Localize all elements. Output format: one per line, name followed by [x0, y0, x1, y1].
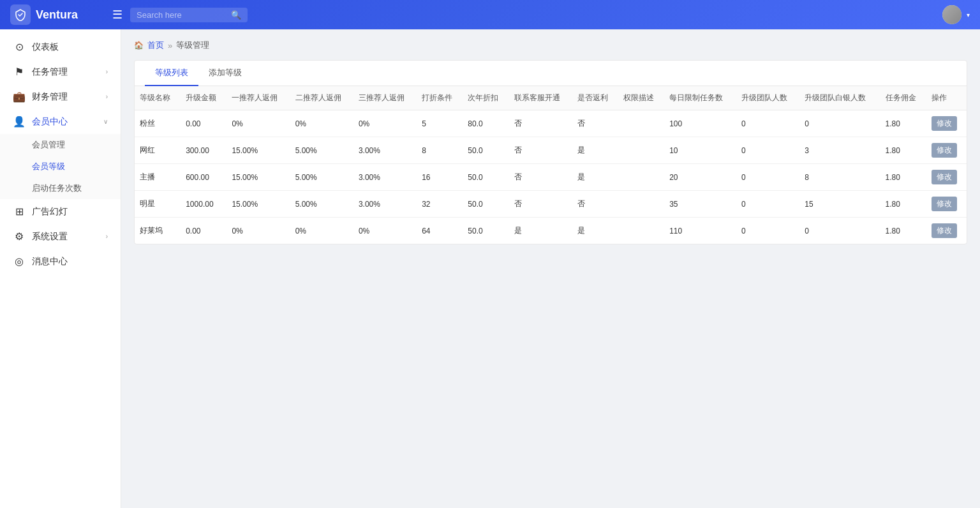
table-cell [618, 191, 664, 218]
table-cell: 否 [509, 191, 572, 218]
logo-icon [10, 4, 31, 25]
col-daily-limit: 每日限制任务数 [664, 86, 736, 110]
table-cell: 50.0 [463, 191, 509, 218]
sidebar-item-dashboard[interactable]: ⊙ 仪表板 [0, 34, 121, 59]
header-right: ▾ [942, 5, 970, 24]
sidebar-item-message[interactable]: ◎ 消息中心 [0, 249, 121, 274]
table-header-row: 等级名称 升级金额 一推荐人返佣 二推荐人返佣 三推荐人返佣 打折条件 次年折扣… [135, 86, 967, 110]
table-cell: 5.00% [290, 137, 353, 164]
table-cell: 15 [799, 191, 880, 218]
sidebar-item-member-manage[interactable]: 会员管理 [0, 134, 121, 156]
table-cell: 0 [736, 110, 799, 137]
table-cell [618, 164, 664, 191]
table-cell: 0 [799, 110, 880, 137]
table-cell: 3 [799, 137, 880, 164]
table-cell: 15.00% [226, 191, 290, 218]
table-cell: 否 [509, 164, 572, 191]
table-cell: 1.80 [880, 110, 926, 137]
table-row: 主播600.0015.00%5.00%3.00%1650.0否是20081.80… [135, 164, 967, 191]
table-cell: 300.00 [181, 137, 226, 164]
settings-icon: ⚙ [13, 230, 26, 243]
table-cell: 10 [664, 137, 736, 164]
edit-button[interactable]: 修改 [932, 197, 957, 211]
table-cell: 5.00% [290, 191, 353, 218]
tab-add-level[interactable]: 添加等级 [198, 61, 252, 86]
sidebar-item-member-level[interactable]: 会员等级 [0, 156, 121, 177]
table-cell: 是 [509, 218, 572, 244]
col-rebate: 是否返利 [572, 86, 618, 110]
finance-icon: 💼 [13, 91, 26, 103]
table-cell: 80.0 [463, 110, 509, 137]
table-container: 等级名称 升级金额 一推荐人返佣 二推荐人返佣 三推荐人返佣 打折条件 次年折扣… [135, 86, 967, 244]
sidebar-item-finance[interactable]: 💼 财务管理 › [0, 84, 121, 109]
table-cell: 1.80 [880, 137, 926, 164]
table-cell: 0 [736, 218, 799, 244]
tab-level-list[interactable]: 等级列表 [145, 61, 198, 86]
table-cell: 0 [736, 137, 799, 164]
sidebar-label-task: 任务管理 [32, 66, 100, 78]
message-icon: ◎ [13, 255, 26, 267]
table-cell: 1.80 [880, 164, 926, 191]
search-icon[interactable]: 🔍 [231, 10, 241, 20]
table-cell: 0% [226, 218, 290, 244]
table-cell: 3.00% [353, 164, 417, 191]
table-cell: 0.00 [181, 218, 226, 244]
sidebar-item-task-count[interactable]: 启动任务次数 [0, 177, 121, 199]
action-cell: 修改 [926, 218, 967, 244]
table-cell: 0 [736, 191, 799, 218]
edit-button[interactable]: 修改 [932, 223, 957, 238]
menu-icon[interactable]: ☰ [112, 8, 122, 22]
avatar[interactable] [942, 5, 961, 24]
user-dropdown-arrow[interactable]: ▾ [967, 11, 970, 19]
sidebar-item-member[interactable]: 👤 会员中心 ∨ [0, 109, 121, 134]
table-cell: 否 [509, 137, 572, 164]
table-cell: 100 [664, 110, 736, 137]
table-cell: 否 [509, 110, 572, 137]
edit-button[interactable]: 修改 [932, 116, 957, 131]
col-action: 操作 [926, 86, 967, 110]
table-cell: 1.80 [880, 191, 926, 218]
col-annual-discount: 次年折扣 [463, 86, 509, 110]
sidebar-label-member: 会员中心 [32, 116, 97, 128]
table-row: 网红300.0015.00%5.00%3.00%850.0否是10031.80修… [135, 137, 967, 164]
search-bar[interactable]: 🔍 [130, 8, 248, 22]
home-icon: 🏠 [134, 41, 144, 50]
task-arrow-icon: › [106, 68, 108, 75]
sidebar-item-settings[interactable]: ⚙ 系统设置 › [0, 224, 121, 249]
table-cell: 15.00% [226, 164, 290, 191]
sidebar-item-task[interactable]: ⚑ 任务管理 › [0, 59, 121, 84]
breadcrumb: 🏠 首页 » 等级管理 [134, 40, 967, 51]
table-cell: 8 [417, 137, 463, 164]
sidebar-label-dashboard: 仪表板 [32, 41, 108, 53]
table-cell: 32 [417, 191, 463, 218]
col-permission: 权限描述 [618, 86, 664, 110]
col-contact-service: 联系客服开通 [509, 86, 572, 110]
table-cell: 0 [799, 218, 880, 244]
sidebar-label-ads: 广告幻灯 [32, 206, 108, 218]
edit-button[interactable]: 修改 [932, 170, 957, 184]
sidebar-item-ads[interactable]: ⊞ 广告幻灯 [0, 199, 121, 224]
col-team-size: 升级团队人数 [736, 86, 799, 110]
table-cell: 网红 [135, 137, 181, 164]
table-cell: 主播 [135, 164, 181, 191]
table-row: 粉丝0.000%0%0%580.0否否100001.80修改 [135, 110, 967, 137]
col-ref3: 三推荐人返佣 [353, 86, 417, 110]
table-cell: 50.0 [463, 218, 509, 244]
header: Ventura ☰ 🔍 ▾ [0, 0, 980, 29]
breadcrumb-home[interactable]: 首页 [147, 40, 164, 51]
table-cell [618, 110, 664, 137]
search-input[interactable] [137, 10, 226, 20]
table-cell: 0.00 [181, 110, 226, 137]
table-cell: 否 [572, 110, 618, 137]
table-cell: 是 [572, 218, 618, 244]
ads-icon: ⊞ [13, 205, 26, 218]
action-cell: 修改 [926, 110, 967, 137]
edit-button[interactable]: 修改 [932, 143, 957, 158]
breadcrumb-current: 等级管理 [176, 40, 209, 51]
table-cell: 600.00 [181, 164, 226, 191]
table-cell: 64 [417, 218, 463, 244]
table-cell: 20 [664, 164, 736, 191]
sidebar-label-finance: 财务管理 [32, 91, 100, 103]
table-cell: 0 [736, 164, 799, 191]
table-cell: 50.0 [463, 164, 509, 191]
